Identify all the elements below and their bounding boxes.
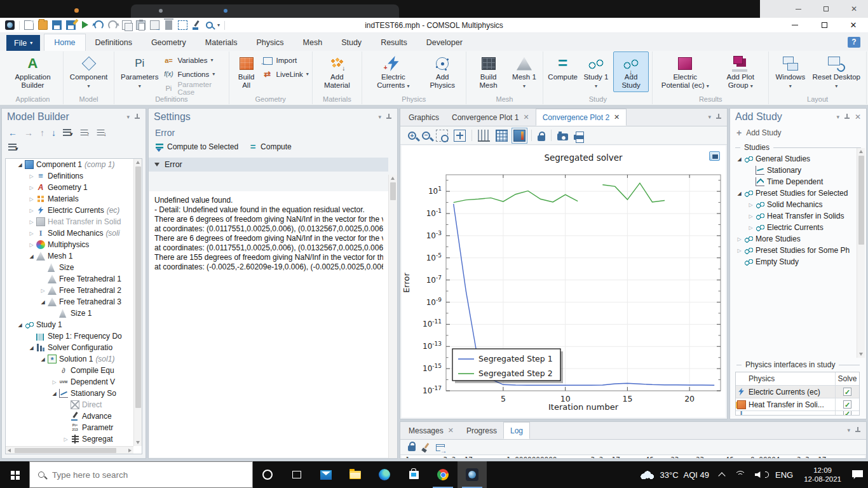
clear-log-icon[interactable] [421, 443, 430, 452]
pin-icon[interactable] [715, 113, 722, 121]
info-tab-messages[interactable]: Messages✕ [402, 422, 460, 439]
close-tab-icon[interactable]: ✕ [614, 113, 620, 121]
pin-icon[interactable] [134, 113, 140, 121]
expander-icon[interactable]: ◢ [16, 162, 24, 168]
ribbon-button-build-mesh[interactable]: Build Mesh [470, 51, 508, 92]
move-down-icon[interactable]: ↓ [51, 128, 56, 138]
file-explorer-button[interactable] [341, 461, 370, 488]
ribbon-button-compute[interactable]: Compute [546, 51, 578, 92]
tree-item-component-1[interactable]: ◢Component 1(comp 1) [6, 159, 142, 170]
expander-icon[interactable]: ▷ [27, 208, 36, 214]
show-options-icon[interactable]: ▾ [63, 128, 73, 138]
tree-item-geometry-1[interactable]: ▷Geometry 1 [6, 182, 142, 193]
wifi-button[interactable] [729, 461, 750, 488]
taskbar-search[interactable] [29, 461, 253, 488]
tree-item-solution-1[interactable]: ◢Solution 1(sol1) [6, 353, 142, 365]
help-button[interactable]: ? [848, 37, 860, 48]
collapse-all-icon[interactable]: ↑ [80, 128, 90, 138]
find-icon[interactable] [206, 22, 213, 29]
expander-icon[interactable]: ▷ [747, 214, 755, 219]
expander-icon[interactable]: ▷ [39, 288, 47, 294]
comsol-taskbar-button[interactable] [458, 461, 487, 488]
graphics-tab-convergence-plot-1[interactable]: Convergence Plot 1✕ [445, 109, 536, 126]
zoom-extents-icon[interactable] [454, 130, 466, 142]
search-input[interactable] [51, 470, 244, 480]
ribbon-tab-results[interactable]: Results [371, 34, 417, 51]
tree-item-electric-currents[interactable]: ▷Electric Currents(ec) [6, 205, 142, 216]
ribbon-button-add-plot-group[interactable]: Add Plot Group ▾ [715, 51, 765, 92]
tree-item-materials[interactable]: ▷Materials [6, 193, 142, 205]
ribbon-button-mesh-1[interactable]: Mesh 1 ▾ [509, 51, 540, 92]
panel-menu-icon[interactable]: ▾ [847, 427, 850, 433]
ribbon-button-variables[interactable]: Variables▾ [163, 55, 225, 65]
minimize-button[interactable] [780, 18, 810, 32]
tree-item-study-1[interactable]: ◢Study 1 [6, 319, 142, 330]
back-icon[interactable]: ← [8, 128, 17, 138]
ribbon-tab-physics[interactable]: Physics [247, 34, 294, 51]
tree-item-dependent-v[interactable]: ▷Dependent V [6, 376, 142, 388]
add-study-action-button[interactable]: + Add Study [730, 125, 866, 140]
save-as-icon[interactable] [66, 20, 76, 30]
log-content[interactable]: 1 3.2e-17 1.0000000000 3.2e-17 46 23 23 … [402, 456, 865, 458]
tree-item-time-dependent[interactable]: Time Dependent [733, 176, 866, 187]
zoom-out-icon[interactable] [422, 132, 430, 140]
ribbon-tab-mesh[interactable]: Mesh [294, 34, 332, 51]
tree-item-general-studies[interactable]: ◢General Studies [733, 153, 866, 165]
physics-row-electric-currents-ec[interactable]: Electric Currents (ec) [736, 385, 859, 398]
tray-expand-button[interactable] [714, 461, 729, 488]
pin-icon[interactable] [386, 113, 392, 121]
notification-button[interactable] [847, 461, 868, 488]
model-tree-vertical-scrollbar[interactable] [133, 159, 142, 446]
expand-all-icon[interactable]: ↓ [97, 128, 107, 138]
language-button[interactable]: ENG [770, 461, 798, 488]
ribbon-button-electric-currents[interactable]: Electric Currents ▾ [365, 51, 421, 92]
ribbon-button-parameters[interactable]: Parameters ▾ [118, 51, 161, 92]
duplicate-icon[interactable] [150, 20, 159, 30]
zoom-in-icon[interactable] [408, 132, 416, 140]
tree-item-size[interactable]: Size [6, 262, 142, 273]
copy-icon[interactable] [122, 20, 132, 30]
tree-item-more-studies[interactable]: ▷More Studies [733, 233, 866, 245]
compute-button[interactable]: Compute [248, 142, 292, 151]
save-icon[interactable] [52, 20, 62, 30]
solve-checkbox[interactable] [843, 388, 851, 396]
info-tab-progress[interactable]: Progress [460, 422, 503, 439]
ribbon-button-livelink[interactable]: LiveLink▾ [262, 69, 309, 79]
settings-scrollbar[interactable] [388, 175, 397, 458]
snapshot-icon[interactable] [557, 133, 568, 140]
new-file-icon[interactable] [24, 20, 34, 30]
expander-icon[interactable]: ▷ [50, 379, 58, 385]
tree-item-heat-transfer-in-solids[interactable]: ▷Heat Transfer in Solids [733, 210, 866, 222]
select-region-icon[interactable] [178, 20, 187, 30]
tree-item-heat-transfer-in-solid[interactable]: ▷Heat Transfer in Solid [6, 216, 142, 227]
ribbon-button-functions[interactable]: Functions▾ [163, 69, 225, 79]
expander-icon[interactable]: ▷ [735, 236, 743, 242]
tree-item-stationary-so[interactable]: ◢Stationary So [6, 388, 142, 399]
model-tree-node-grouping-icon[interactable]: ▾ [8, 144, 18, 152]
tree-item-multiphysics[interactable]: ▷Multiphysics [6, 239, 142, 250]
model-tree-horizontal-scrollbar[interactable] [6, 446, 133, 454]
studies-scrollbar[interactable] [857, 148, 865, 358]
expander-icon[interactable]: ◢ [735, 156, 743, 162]
browser-maximize-icon[interactable] [812, 4, 840, 13]
expander-icon[interactable]: ▷ [27, 196, 36, 202]
info-tab-log[interactable]: Log [503, 422, 530, 439]
tree-item-compile-equ[interactable]: Compile Equ [6, 365, 142, 376]
plot-window-button[interactable] [709, 151, 720, 161]
close-tab-icon[interactable]: ✕ [448, 426, 454, 435]
show-table-icon[interactable] [496, 130, 508, 142]
expander-icon[interactable]: ◢ [27, 254, 36, 259]
ribbon-button-add-physics[interactable]: Add Physics [423, 51, 463, 92]
tree-item-free-tetrahedral-2[interactable]: ▷Free Tetrahedral 2 [6, 285, 142, 296]
panel-menu-icon[interactable]: ▾ [378, 114, 381, 120]
lock-axes-icon[interactable] [538, 135, 545, 141]
qat-dropdown-icon[interactable]: ▾ [217, 22, 220, 28]
graphics-tab-graphics[interactable]: Graphics [402, 109, 445, 126]
weather-widget[interactable]: 33°C AQI 49 [634, 461, 714, 488]
show-legend-icon[interactable] [513, 130, 526, 142]
close-panel-icon[interactable]: ✕ [855, 112, 861, 121]
ribbon-button-parameter-case[interactable]: Parameter Case [163, 83, 225, 93]
ribbon-button-add-material[interactable]: Add Material [316, 51, 358, 92]
ribbon-button-application-builder[interactable]: Application Builder [6, 51, 60, 92]
ribbon-tab-geometry[interactable]: Geometry [142, 34, 196, 51]
